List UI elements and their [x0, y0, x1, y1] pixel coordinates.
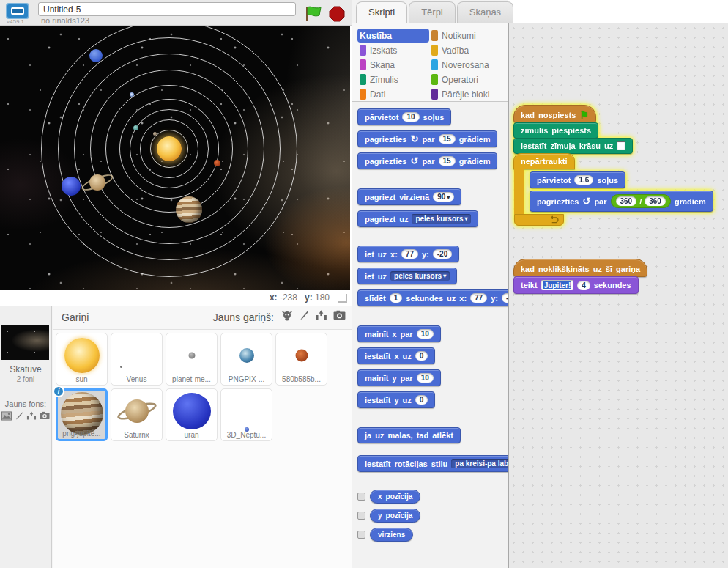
planet-sun[interactable]: [157, 136, 182, 161]
forever-block[interactable]: nepārtrauktipārvietot1.6soļuspagriezties…: [513, 153, 713, 226]
planet-mars[interactable]: [214, 160, 220, 166]
number-input[interactable]: 15: [439, 134, 456, 144]
script-stack[interactable]: kadnoklikšķinātsuzšīgariņateiktJupiter!4…: [513, 259, 647, 294]
category-zīmulis[interactable]: Zīmulis: [357, 73, 429, 86]
upload-icon[interactable]: [26, 411, 37, 421]
palette-block[interactable]: pagriezties↻par15grādiem: [357, 130, 497, 147]
green-flag-button[interactable]: [305, 6, 322, 22]
palette-block[interactable]: iestatītxuz0: [357, 347, 435, 364]
category-notikumi[interactable]: Notikumi: [429, 29, 501, 43]
script-stack[interactable]: kadnospiests⚑zīmulispiespiestsiestatītzī…: [513, 106, 713, 226]
stage-monitor-checkbox[interactable]: [357, 531, 365, 539]
number-input[interactable]: 0: [415, 395, 428, 405]
palette-block[interactable]: jauzmalas,tadatlēkt: [357, 427, 461, 443]
divide-operator-block[interactable]: 360/360: [611, 194, 671, 208]
reporter-block[interactable]: virziens: [370, 528, 413, 542]
palette-block[interactable]: ietuzx:77y:-20: [357, 246, 459, 262]
project-title-input[interactable]: [38, 2, 296, 16]
stack-block[interactable]: teiktJupiter!4sekundes: [513, 276, 639, 294]
palette-block[interactable]: pagrieztvirzienā90▾: [357, 188, 461, 205]
stack-block[interactable]: zīmulispiespiests: [513, 122, 598, 139]
hat-block[interactable]: kadnoklikšķinātsuzšīgariņa: [513, 259, 647, 277]
number-input[interactable]: 1.6: [574, 175, 593, 185]
sprite-tile-saturn[interactable]: Saturnx: [111, 388, 163, 441]
palette-block[interactable]: ietuzpeles kursors▾: [357, 268, 457, 284]
planet-uranus[interactable]: [62, 177, 81, 196]
category-izskats[interactable]: Izskats: [357, 43, 429, 57]
sprite-tile-venus[interactable]: Venus: [111, 333, 163, 386]
text-input[interactable]: Jupiter!: [541, 280, 574, 290]
stage[interactable]: [0, 26, 350, 290]
stage-selector[interactable]: Skatuve 2 foni Jauns fons:: [0, 306, 52, 568]
planet-earth-dot[interactable]: [133, 125, 138, 130]
number-input[interactable]: 0: [415, 351, 428, 361]
sprite-info-icon[interactable]: i: [53, 386, 64, 397]
sprite-tile-sun[interactable]: sun: [56, 333, 108, 386]
sprite-tile-pngpix[interactable]: PNGPIX-...: [220, 333, 272, 386]
sprite-library-icon[interactable]: [281, 310, 293, 322]
dropdown[interactable]: peles kursors▾: [390, 271, 450, 281]
tab-tērpi[interactable]: Tērpi: [409, 1, 456, 23]
category-kustība[interactable]: Kustība: [357, 29, 429, 43]
palette-block[interactable]: pārvietot10soļus: [357, 108, 451, 125]
paintbrush-icon[interactable]: [15, 411, 23, 421]
sprite-tile-uran[interactable]: uran: [166, 388, 218, 441]
palette-block[interactable]: iestatītrotācijasstilupa kreisi-pa labi▾: [357, 455, 508, 472]
planet-jupiter[interactable]: [176, 196, 202, 223]
category-skaņa[interactable]: Skaņa: [357, 58, 429, 72]
sprite-tile-neptune[interactable]: 3D_Neptu...: [220, 388, 272, 441]
resize-handle-icon[interactable]: [338, 294, 347, 303]
pen-color-swatch[interactable]: [617, 141, 625, 150]
planet-mercury[interactable]: [153, 132, 157, 136]
camera-icon[interactable]: [333, 310, 346, 320]
sprite-tile-planet-me[interactable]: planet-me...: [166, 333, 218, 386]
number-input[interactable]: -20: [433, 249, 452, 259]
paintbrush-icon[interactable]: [299, 310, 309, 321]
palette-block[interactable]: slīdēt1sekundesuzx:77y:-20: [357, 289, 508, 306]
stage-monitor-checkbox[interactable]: [357, 493, 365, 501]
sprite-tile-jupiter[interactable]: ipng-jupite...: [56, 388, 108, 441]
palette-block[interactable]: mainītypar10: [357, 369, 441, 386]
palette-block[interactable]: pagriezties↺par15grādiem: [357, 152, 497, 169]
palette-block[interactable]: iestatītyuz0: [357, 391, 435, 408]
tab-skaņas[interactable]: Skaņas: [457, 1, 513, 23]
category-operatori[interactable]: Operatori: [429, 73, 501, 86]
stop-button[interactable]: [329, 6, 345, 22]
number-input[interactable]: 1: [390, 293, 403, 303]
stage-monitor-checkbox[interactable]: [357, 512, 365, 520]
reporter-block[interactable]: ypozīcija: [370, 509, 420, 523]
number-input[interactable]: 15: [439, 156, 456, 166]
number-input[interactable]: 10: [417, 329, 434, 339]
forever-block-header[interactable]: nepārtraukti: [513, 153, 575, 169]
dropdown[interactable]: peles kursors▾: [412, 214, 471, 224]
palette-block[interactable]: pagrieztuzpeles kursors▾: [357, 210, 478, 227]
palette-block[interactable]: mainītxpar10: [357, 325, 441, 342]
number-input[interactable]: -20: [502, 293, 508, 303]
number-input[interactable]: 10: [402, 112, 419, 122]
category-pārējie-bloki[interactable]: Pārējie bloki: [429, 87, 501, 101]
stack-block[interactable]: iestatītzīmuļakrāsuuz: [513, 138, 633, 154]
number-input[interactable]: 360: [616, 196, 637, 206]
number-input[interactable]: 77: [470, 293, 487, 303]
backdrop-library-icon[interactable]: [1, 411, 12, 421]
reporter-block[interactable]: xpozīcija: [370, 490, 420, 504]
hat-block[interactable]: kadnospiests⚑: [513, 105, 596, 123]
category-novērošana[interactable]: Novērošana: [429, 58, 501, 72]
sprite-tile-mars[interactable]: 580b585b...: [275, 333, 327, 386]
number-dropdown[interactable]: 90▾: [433, 192, 454, 202]
category-vadība[interactable]: Vadība: [429, 43, 501, 57]
dropdown[interactable]: pa kreisi-pa labi▾: [451, 459, 508, 468]
planet-star-dot[interactable]: [130, 92, 134, 97]
planet-neptune[interactable]: [89, 49, 103, 62]
number-input[interactable]: 4: [577, 281, 590, 290]
stack-block[interactable]: pagriezties↺par360/360grādiem: [530, 191, 713, 212]
camera-icon[interactable]: [40, 411, 50, 420]
planet-saturn[interactable]: [81, 166, 114, 199]
upload-icon[interactable]: [315, 310, 327, 321]
category-dati[interactable]: Dati: [357, 87, 429, 101]
stack-block[interactable]: pārvietot1.6soļus: [530, 171, 625, 188]
stage-thumbnail[interactable]: [1, 325, 49, 360]
tab-skripti[interactable]: Skripti: [356, 1, 407, 23]
number-input[interactable]: 10: [417, 373, 434, 383]
number-input[interactable]: 77: [401, 249, 418, 259]
